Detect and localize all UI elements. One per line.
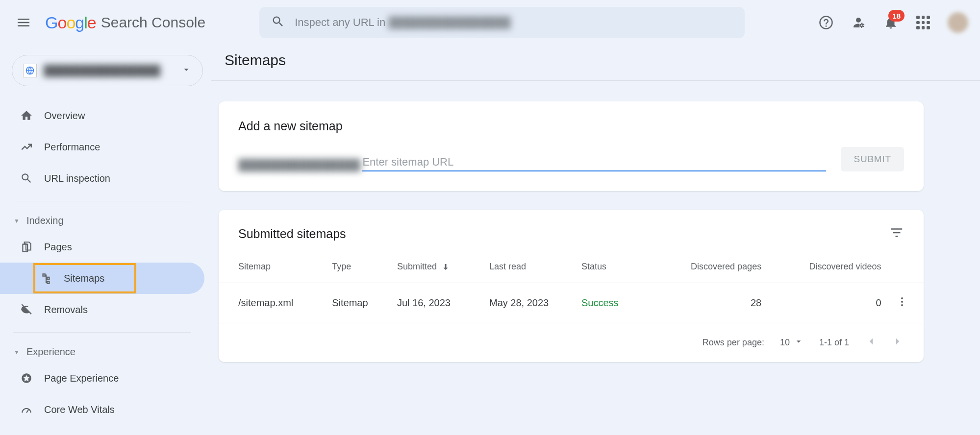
nav-performance[interactable]: Performance xyxy=(0,131,204,163)
search-domain: ████████████████ xyxy=(388,16,510,28)
col-last-read[interactable]: Last read xyxy=(484,251,577,283)
home-icon xyxy=(20,109,33,122)
removals-icon xyxy=(20,303,33,316)
rows-per-page-select[interactable]: 10 xyxy=(780,337,804,349)
nav-removals[interactable]: Removals xyxy=(0,294,204,325)
rows-per-page-value: 10 xyxy=(780,338,790,348)
globe-icon xyxy=(23,64,37,77)
sidebar: ████████████████ Overview Performance UR… xyxy=(0,45,211,435)
divider xyxy=(13,332,191,333)
col-status[interactable]: Status xyxy=(577,251,658,283)
nav-label: Page Experience xyxy=(44,373,119,384)
google-logo: Google xyxy=(45,14,96,31)
user-settings-icon xyxy=(851,15,866,30)
hamburger-icon xyxy=(16,15,31,30)
nav-overview[interactable]: Overview xyxy=(0,100,204,131)
cell-pages: 28 xyxy=(658,283,766,323)
users-button[interactable] xyxy=(851,15,866,30)
chevron-right-icon xyxy=(891,335,904,348)
more-vert-icon xyxy=(896,296,908,308)
col-type[interactable]: Type xyxy=(327,251,392,283)
col-sitemap[interactable]: Sitemap xyxy=(219,251,327,283)
nav-group-indexing[interactable]: ▼ Indexing xyxy=(0,210,204,231)
filter-button[interactable] xyxy=(889,225,904,242)
rows-per-page-label: Rows per page: xyxy=(703,338,764,348)
help-icon xyxy=(819,15,833,30)
nav-sitemaps-highlight[interactable]: Sitemaps xyxy=(33,263,136,293)
chevron-left-icon xyxy=(865,335,878,348)
card-title: Submitted sitemaps xyxy=(238,227,346,241)
group-label: Indexing xyxy=(26,215,64,226)
product-name: Search Console xyxy=(101,14,205,31)
nav-label: Removals xyxy=(44,304,88,315)
divider xyxy=(211,80,980,81)
collapse-icon: ▼ xyxy=(14,349,20,356)
page-title: Sitemaps xyxy=(219,45,980,80)
cell-last-read: May 28, 2023 xyxy=(484,283,577,323)
content: Sitemaps Add a new sitemap █████████████… xyxy=(211,45,980,435)
col-videos[interactable]: Discovered videos xyxy=(766,251,891,283)
topbar-actions: 18 xyxy=(818,12,968,33)
cell-sitemap: /sitemap.xml xyxy=(219,283,327,323)
nav-url-inspection[interactable]: URL inspection xyxy=(0,163,204,194)
cell-submitted: Jul 16, 2023 xyxy=(392,283,484,323)
sitemap-icon xyxy=(39,271,53,285)
col-pages[interactable]: Discovered pages xyxy=(658,251,766,283)
account-avatar[interactable] xyxy=(948,12,968,33)
sitemap-url-prefix: ████████████████ xyxy=(238,159,360,171)
sort-desc-icon xyxy=(439,262,450,271)
topbar: Google Search Console Inspect any URL in… xyxy=(0,0,980,45)
svg-point-3 xyxy=(901,301,903,303)
svg-point-2 xyxy=(901,297,903,299)
search-icon xyxy=(20,171,33,185)
nav-label: Overview xyxy=(44,110,85,121)
logo: Google Search Console xyxy=(45,14,205,31)
col-submitted-label: Submitted xyxy=(397,262,437,271)
nav-page-experience[interactable]: Page Experience xyxy=(0,362,204,394)
next-page-button[interactable] xyxy=(891,335,904,350)
cell-status: Success xyxy=(577,283,658,323)
gauge-icon xyxy=(20,403,33,416)
page-experience-icon xyxy=(20,371,33,385)
collapse-icon: ▼ xyxy=(14,218,20,224)
cell-videos: 0 xyxy=(766,283,891,323)
nav-label: Sitemaps xyxy=(64,273,104,284)
notification-badge: 18 xyxy=(888,10,905,22)
chevron-down-icon xyxy=(794,337,804,349)
submit-button[interactable]: SUBMIT xyxy=(841,147,904,171)
pages-icon xyxy=(20,240,33,254)
col-submitted[interactable]: Submitted xyxy=(392,251,484,283)
divider xyxy=(13,201,191,201)
pagination-range: 1-1 of 1 xyxy=(819,338,849,348)
filter-icon xyxy=(889,225,904,240)
sitemap-url-input[interactable] xyxy=(362,154,826,171)
menu-button[interactable] xyxy=(12,11,35,34)
nav-pages[interactable]: Pages xyxy=(0,231,204,263)
apps-grid-icon xyxy=(916,16,930,29)
url-inspect-search[interactable]: Inspect any URL in ████████████████ xyxy=(259,7,745,38)
nav-group-experience[interactable]: ▼ Experience xyxy=(0,341,204,362)
notifications-button[interactable]: 18 xyxy=(883,15,899,30)
nav-label: Performance xyxy=(44,142,101,153)
apps-button[interactable] xyxy=(915,15,931,30)
nav-label: Core Web Vitals xyxy=(44,404,115,415)
submitted-sitemaps-card: Submitted sitemaps Sitemap Type Submitte… xyxy=(219,210,924,362)
sitemaps-table: Sitemap Type Submitted Last read Status … xyxy=(219,251,924,323)
svg-point-4 xyxy=(901,304,903,306)
table-footer: Rows per page: 10 1-1 of 1 xyxy=(219,323,924,362)
nav-core-web-vitals[interactable]: Core Web Vitals xyxy=(0,394,204,425)
help-button[interactable] xyxy=(818,15,834,30)
nav-label: Pages xyxy=(44,242,72,253)
nav-sitemaps[interactable]: Sitemaps xyxy=(0,263,204,294)
property-selector[interactable]: ████████████████ xyxy=(12,55,203,86)
chevron-down-icon xyxy=(181,64,192,77)
card-title: Add a new sitemap xyxy=(219,101,924,147)
search-icon xyxy=(271,15,285,30)
trend-icon xyxy=(20,140,33,154)
prev-page-button[interactable] xyxy=(865,335,878,350)
group-label: Experience xyxy=(26,346,75,358)
cell-type: Sitemap xyxy=(327,283,392,323)
table-row[interactable]: /sitemap.xml Sitemap Jul 16, 2023 May 28… xyxy=(219,283,924,323)
search-prefix: Inspect any URL in xyxy=(295,16,388,28)
row-menu-button[interactable] xyxy=(891,283,924,323)
